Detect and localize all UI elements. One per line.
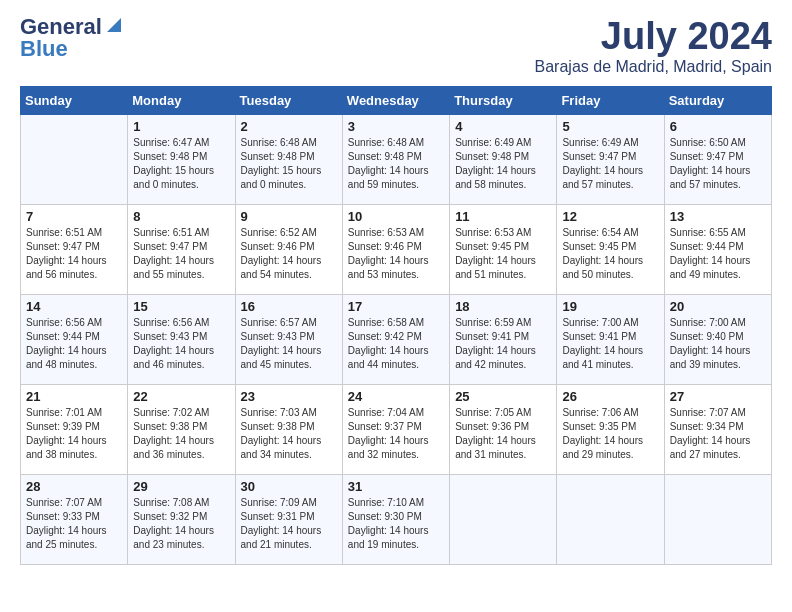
day-info: Sunrise: 6:58 AM Sunset: 9:42 PM Dayligh… — [348, 316, 444, 372]
day-number: 5 — [562, 119, 658, 134]
day-number: 13 — [670, 209, 766, 224]
day-info: Sunrise: 7:06 AM Sunset: 9:35 PM Dayligh… — [562, 406, 658, 462]
day-info: Sunrise: 6:55 AM Sunset: 9:44 PM Dayligh… — [670, 226, 766, 282]
day-info: Sunrise: 7:02 AM Sunset: 9:38 PM Dayligh… — [133, 406, 229, 462]
logo-blue-text: Blue — [20, 38, 68, 60]
day-number: 9 — [241, 209, 337, 224]
day-info: Sunrise: 7:10 AM Sunset: 9:30 PM Dayligh… — [348, 496, 444, 552]
calendar-cell: 30Sunrise: 7:09 AM Sunset: 9:31 PM Dayli… — [235, 474, 342, 564]
day-info: Sunrise: 6:54 AM Sunset: 9:45 PM Dayligh… — [562, 226, 658, 282]
day-number: 29 — [133, 479, 229, 494]
day-number: 10 — [348, 209, 444, 224]
calendar-cell: 6Sunrise: 6:50 AM Sunset: 9:47 PM Daylig… — [664, 114, 771, 204]
calendar-cell: 5Sunrise: 6:49 AM Sunset: 9:47 PM Daylig… — [557, 114, 664, 204]
calendar-cell: 28Sunrise: 7:07 AM Sunset: 9:33 PM Dayli… — [21, 474, 128, 564]
calendar-cell: 18Sunrise: 6:59 AM Sunset: 9:41 PM Dayli… — [450, 294, 557, 384]
calendar-cell: 31Sunrise: 7:10 AM Sunset: 9:30 PM Dayli… — [342, 474, 449, 564]
day-number: 14 — [26, 299, 122, 314]
calendar-cell: 15Sunrise: 6:56 AM Sunset: 9:43 PM Dayli… — [128, 294, 235, 384]
day-info: Sunrise: 6:47 AM Sunset: 9:48 PM Dayligh… — [133, 136, 229, 192]
day-number: 28 — [26, 479, 122, 494]
day-number: 8 — [133, 209, 229, 224]
day-number: 16 — [241, 299, 337, 314]
calendar-cell: 13Sunrise: 6:55 AM Sunset: 9:44 PM Dayli… — [664, 204, 771, 294]
title-area: July 2024 Barajas de Madrid, Madrid, Spa… — [535, 16, 772, 76]
day-header-wednesday: Wednesday — [342, 86, 449, 114]
subtitle: Barajas de Madrid, Madrid, Spain — [535, 58, 772, 76]
day-header-thursday: Thursday — [450, 86, 557, 114]
calendar-cell: 3Sunrise: 6:48 AM Sunset: 9:48 PM Daylig… — [342, 114, 449, 204]
day-number: 11 — [455, 209, 551, 224]
day-number: 18 — [455, 299, 551, 314]
day-info: Sunrise: 6:53 AM Sunset: 9:45 PM Dayligh… — [455, 226, 551, 282]
calendar-cell: 2Sunrise: 6:48 AM Sunset: 9:48 PM Daylig… — [235, 114, 342, 204]
day-header-saturday: Saturday — [664, 86, 771, 114]
calendar-cell: 23Sunrise: 7:03 AM Sunset: 9:38 PM Dayli… — [235, 384, 342, 474]
day-number: 7 — [26, 209, 122, 224]
day-header-sunday: Sunday — [21, 86, 128, 114]
day-number: 25 — [455, 389, 551, 404]
calendar-cell: 4Sunrise: 6:49 AM Sunset: 9:48 PM Daylig… — [450, 114, 557, 204]
day-info: Sunrise: 6:53 AM Sunset: 9:46 PM Dayligh… — [348, 226, 444, 282]
day-info: Sunrise: 6:56 AM Sunset: 9:43 PM Dayligh… — [133, 316, 229, 372]
day-number: 12 — [562, 209, 658, 224]
calendar-cell: 20Sunrise: 7:00 AM Sunset: 9:40 PM Dayli… — [664, 294, 771, 384]
calendar-cell: 22Sunrise: 7:02 AM Sunset: 9:38 PM Dayli… — [128, 384, 235, 474]
day-info: Sunrise: 7:00 AM Sunset: 9:40 PM Dayligh… — [670, 316, 766, 372]
calendar-cell: 25Sunrise: 7:05 AM Sunset: 9:36 PM Dayli… — [450, 384, 557, 474]
day-info: Sunrise: 7:01 AM Sunset: 9:39 PM Dayligh… — [26, 406, 122, 462]
day-number: 22 — [133, 389, 229, 404]
calendar-header-row: SundayMondayTuesdayWednesdayThursdayFrid… — [21, 86, 772, 114]
calendar-cell: 29Sunrise: 7:08 AM Sunset: 9:32 PM Dayli… — [128, 474, 235, 564]
day-number: 2 — [241, 119, 337, 134]
calendar-cell: 21Sunrise: 7:01 AM Sunset: 9:39 PM Dayli… — [21, 384, 128, 474]
day-info: Sunrise: 6:48 AM Sunset: 9:48 PM Dayligh… — [348, 136, 444, 192]
day-number: 26 — [562, 389, 658, 404]
calendar-week-row: 21Sunrise: 7:01 AM Sunset: 9:39 PM Dayli… — [21, 384, 772, 474]
calendar-cell: 8Sunrise: 6:51 AM Sunset: 9:47 PM Daylig… — [128, 204, 235, 294]
day-info: Sunrise: 7:07 AM Sunset: 9:33 PM Dayligh… — [26, 496, 122, 552]
calendar-cell — [450, 474, 557, 564]
calendar-week-row: 14Sunrise: 6:56 AM Sunset: 9:44 PM Dayli… — [21, 294, 772, 384]
main-title: July 2024 — [535, 16, 772, 58]
logo-general-text: General — [20, 16, 102, 38]
day-info: Sunrise: 7:09 AM Sunset: 9:31 PM Dayligh… — [241, 496, 337, 552]
day-number: 4 — [455, 119, 551, 134]
day-info: Sunrise: 6:49 AM Sunset: 9:47 PM Dayligh… — [562, 136, 658, 192]
day-info: Sunrise: 6:51 AM Sunset: 9:47 PM Dayligh… — [133, 226, 229, 282]
calendar-week-row: 28Sunrise: 7:07 AM Sunset: 9:33 PM Dayli… — [21, 474, 772, 564]
header: General Blue July 2024 Barajas de Madrid… — [20, 16, 772, 76]
calendar-cell: 14Sunrise: 6:56 AM Sunset: 9:44 PM Dayli… — [21, 294, 128, 384]
calendar-cell: 9Sunrise: 6:52 AM Sunset: 9:46 PM Daylig… — [235, 204, 342, 294]
logo: General Blue — [20, 16, 121, 60]
calendar-cell: 16Sunrise: 6:57 AM Sunset: 9:43 PM Dayli… — [235, 294, 342, 384]
day-header-friday: Friday — [557, 86, 664, 114]
logo-triangle-icon — [103, 16, 121, 34]
calendar-week-row: 7Sunrise: 6:51 AM Sunset: 9:47 PM Daylig… — [21, 204, 772, 294]
calendar-cell: 10Sunrise: 6:53 AM Sunset: 9:46 PM Dayli… — [342, 204, 449, 294]
calendar-cell: 17Sunrise: 6:58 AM Sunset: 9:42 PM Dayli… — [342, 294, 449, 384]
day-number: 15 — [133, 299, 229, 314]
calendar-cell: 12Sunrise: 6:54 AM Sunset: 9:45 PM Dayli… — [557, 204, 664, 294]
calendar-cell: 26Sunrise: 7:06 AM Sunset: 9:35 PM Dayli… — [557, 384, 664, 474]
calendar-cell — [557, 474, 664, 564]
day-number: 19 — [562, 299, 658, 314]
svg-marker-0 — [107, 18, 121, 32]
day-number: 30 — [241, 479, 337, 494]
day-info: Sunrise: 7:04 AM Sunset: 9:37 PM Dayligh… — [348, 406, 444, 462]
day-header-tuesday: Tuesday — [235, 86, 342, 114]
day-info: Sunrise: 6:52 AM Sunset: 9:46 PM Dayligh… — [241, 226, 337, 282]
calendar-cell: 27Sunrise: 7:07 AM Sunset: 9:34 PM Dayli… — [664, 384, 771, 474]
calendar-week-row: 1Sunrise: 6:47 AM Sunset: 9:48 PM Daylig… — [21, 114, 772, 204]
day-number: 3 — [348, 119, 444, 134]
day-number: 24 — [348, 389, 444, 404]
day-info: Sunrise: 6:56 AM Sunset: 9:44 PM Dayligh… — [26, 316, 122, 372]
day-info: Sunrise: 6:49 AM Sunset: 9:48 PM Dayligh… — [455, 136, 551, 192]
day-header-monday: Monday — [128, 86, 235, 114]
day-info: Sunrise: 6:48 AM Sunset: 9:48 PM Dayligh… — [241, 136, 337, 192]
day-number: 27 — [670, 389, 766, 404]
day-info: Sunrise: 7:03 AM Sunset: 9:38 PM Dayligh… — [241, 406, 337, 462]
day-info: Sunrise: 7:00 AM Sunset: 9:41 PM Dayligh… — [562, 316, 658, 372]
day-number: 6 — [670, 119, 766, 134]
day-info: Sunrise: 7:08 AM Sunset: 9:32 PM Dayligh… — [133, 496, 229, 552]
